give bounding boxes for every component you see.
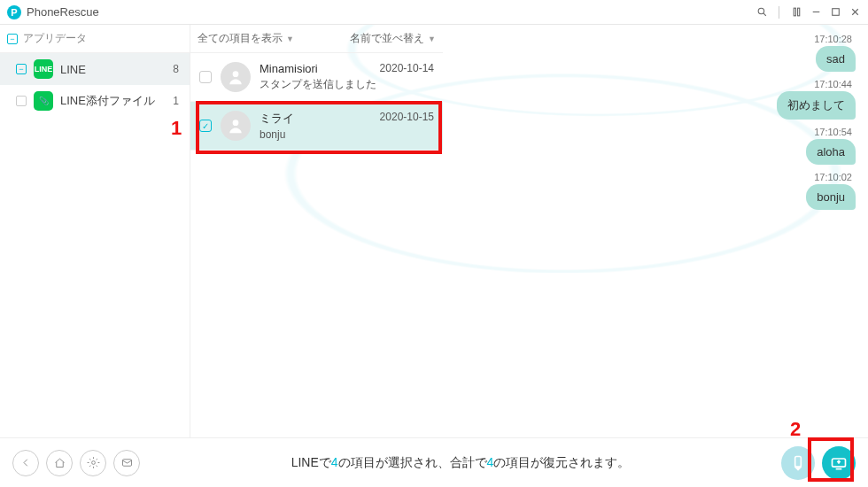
recover-to-device-button[interactable] xyxy=(781,446,815,480)
svg-point-0 xyxy=(758,8,764,14)
sidebar-item-count: 1 xyxy=(173,95,179,107)
checkbox-checked[interactable] xyxy=(199,120,212,132)
chevron-down-icon: ▼ xyxy=(428,35,436,43)
collapse-icon[interactable]: − xyxy=(7,34,18,44)
back-button[interactable] xyxy=(12,450,39,476)
selected-count: 4 xyxy=(331,455,338,469)
conversation-name: Minamisiori xyxy=(260,62,318,75)
checkbox[interactable] xyxy=(199,71,212,83)
conversation-item-selected[interactable]: ミライ 2020-10-15 bonju xyxy=(190,102,443,151)
list-controls: 全ての項目を表示 ▼ 名前で並べ替え ▼ xyxy=(190,25,443,53)
conversation-item[interactable]: Minamisiori 2020-10-14 スタンプを送信しました xyxy=(190,53,443,102)
footer-bar: LINEで4の項目が選択され、合計で4の項目が復元されます。 xyxy=(0,437,868,487)
close-icon[interactable] xyxy=(849,6,861,19)
line-app-icon: LINE xyxy=(34,59,53,79)
sort-label: 名前で並べ替え xyxy=(350,31,424,46)
maximize-icon[interactable] xyxy=(829,6,841,19)
feedback-button[interactable] xyxy=(113,450,140,476)
menu-icon[interactable] xyxy=(790,6,802,19)
message-bubble: 初めまして xyxy=(777,91,856,120)
svg-point-8 xyxy=(233,71,239,77)
message-bubble: aloha xyxy=(806,139,856,165)
recover-to-computer-button[interactable] xyxy=(822,446,856,480)
message-bubble: sad xyxy=(816,46,856,72)
svg-rect-11 xyxy=(122,460,131,467)
show-all-dropdown[interactable]: 全ての項目を表示 ▼ xyxy=(190,31,301,46)
avatar-icon xyxy=(221,62,251,92)
checkbox[interactable] xyxy=(16,96,27,106)
svg-point-10 xyxy=(91,461,95,465)
message-time: 17:10:28 xyxy=(814,34,852,44)
message: 17:10:02 bonju xyxy=(806,172,856,210)
sidebar-item-line-attachments[interactable]: 📎 LINE添付ファイル 1 xyxy=(0,85,190,117)
svg-rect-5 xyxy=(832,9,839,16)
conversation-name: ミライ xyxy=(260,111,294,127)
svg-line-1 xyxy=(763,13,766,16)
svg-rect-12 xyxy=(795,456,802,467)
svg-rect-3 xyxy=(797,8,799,16)
conversation-list: 全ての項目を表示 ▼ 名前で並べ替え ▼ Minamisiori 2020-10… xyxy=(190,25,443,437)
sidebar-header-label: アプリデータ xyxy=(23,31,87,46)
line-attachment-icon: 📎 xyxy=(34,91,53,111)
message: 17:10:54 aloha xyxy=(806,127,856,165)
conversation-preview: スタンプを送信しました xyxy=(260,77,434,92)
message-time: 17:10:54 xyxy=(814,127,852,137)
settings-button[interactable] xyxy=(80,450,106,476)
title-bar: P PhoneRescue xyxy=(0,0,868,25)
message: 17:10:28 sad xyxy=(814,34,856,72)
message-bubble: bonju xyxy=(806,184,856,210)
chat-pane: 17:10:28 sad 17:10:44 初めまして 17:10:54 alo… xyxy=(443,25,868,437)
sidebar-item-line[interactable]: − LINE LINE 8 xyxy=(0,53,190,85)
app-logo-icon: P xyxy=(7,5,21,19)
svg-point-9 xyxy=(233,120,239,126)
conversation-preview: bonju xyxy=(260,128,434,141)
sidebar-item-label: LINE xyxy=(60,63,173,76)
show-all-label: 全ての項目を表示 xyxy=(198,31,283,46)
sidebar-item-count: 8 xyxy=(173,63,179,75)
window-controls xyxy=(756,6,861,19)
message-time: 17:10:44 xyxy=(814,79,852,89)
app-title: PhoneRescue xyxy=(27,5,99,19)
message: 17:10:44 初めまして xyxy=(777,79,856,120)
sidebar-header[interactable]: − アプリデータ xyxy=(0,25,190,53)
search-icon[interactable] xyxy=(756,6,768,19)
sort-dropdown[interactable]: 名前で並べ替え ▼ xyxy=(343,31,443,46)
collapse-icon[interactable]: − xyxy=(16,64,27,74)
chevron-down-icon: ▼ xyxy=(286,35,294,43)
home-button[interactable] xyxy=(46,450,73,476)
conversation-date: 2020-10-14 xyxy=(380,62,434,75)
minimize-icon[interactable] xyxy=(810,6,822,19)
sidebar-item-label: LINE添付ファイル xyxy=(60,93,173,109)
message-time: 17:10:02 xyxy=(814,172,852,182)
svg-rect-2 xyxy=(794,8,795,16)
avatar-icon xyxy=(221,111,251,141)
sidebar: − アプリデータ − LINE LINE 8 📎 LINE添付ファイル 1 xyxy=(0,25,190,437)
status-text: LINEで4の項目が選択され、合計で4の項目が復元されます。 xyxy=(147,455,774,471)
conversation-date: 2020-10-15 xyxy=(380,111,434,127)
